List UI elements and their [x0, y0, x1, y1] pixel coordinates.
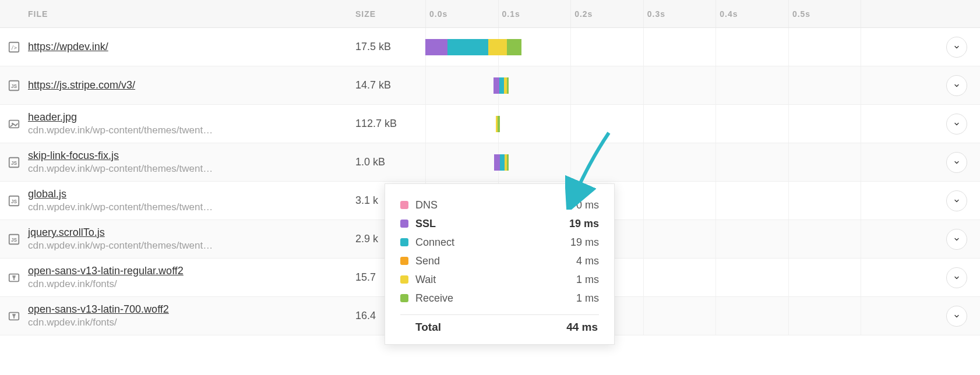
file-subpath: cdn.wpdev.ink/wp-content/themes/twent… [28, 201, 355, 213]
tooltip-value: 1 ms [576, 292, 599, 305]
chevron-down-icon [953, 197, 960, 204]
js-icon [8, 194, 20, 207]
segment-connect [499, 77, 504, 94]
swatch-receive [400, 294, 408, 302]
image-icon [8, 118, 20, 130]
file-link[interactable]: global.js [28, 188, 355, 200]
swatch-dns [400, 201, 408, 209]
expand-button[interactable] [946, 152, 967, 173]
tooltip-value: 4 ms [576, 255, 599, 267]
chevron-down-icon [953, 121, 960, 128]
tooltip-label: Wait [415, 274, 436, 286]
file-size: 17.5 kB [355, 41, 425, 53]
tick-label: 0.1s [502, 9, 520, 19]
tooltip-row-wait: Wait1 ms [400, 270, 599, 289]
chevron-down-icon [953, 313, 960, 320]
tooltip-label: Connect [415, 236, 454, 249]
expand-button[interactable] [946, 37, 967, 58]
timing-tooltip: DNS0 msSSL19 msConnect19 msSend4 msWait1… [385, 183, 615, 335]
table-row: skip-link-focus-fix.jscdn.wpdev.ink/wp-c… [0, 143, 980, 182]
tooltip-divider [400, 314, 599, 315]
waterfall-cell[interactable] [425, 143, 933, 181]
chevron-down-icon [953, 82, 960, 89]
js-icon [8, 233, 20, 246]
file-size: 112.7 kB [355, 118, 425, 130]
swatch-connect [400, 238, 408, 246]
segment-ssl [493, 77, 499, 94]
file-link[interactable]: open-sans-v13-latin-700.woff2 [28, 303, 355, 316]
file-subpath: cdn.wpdev.ink/wp-content/themes/twent… [28, 125, 355, 136]
segment-connect [447, 39, 488, 55]
tooltip-label: SSL [415, 218, 436, 230]
segment-ssl [425, 39, 447, 55]
file-subpath: cdn.wpdev.ink/fonts/ [28, 317, 355, 328]
file-link[interactable]: header.jpg [28, 111, 355, 123]
chevron-down-icon [953, 44, 960, 51]
tick-label: 0.4s [720, 9, 738, 19]
segment-wait [488, 39, 507, 55]
tooltip-total-label: Total [415, 321, 441, 334]
chevron-down-icon [953, 236, 960, 243]
tooltip-label: Receive [415, 292, 453, 305]
waterfall-cell[interactable] [425, 66, 933, 104]
swatch-wait [400, 275, 408, 284]
file-size: 1.0 kB [355, 156, 425, 168]
tooltip-total-value: 44 ms [566, 321, 598, 334]
tooltip-label: DNS [415, 199, 438, 211]
table-row: header.jpgcdn.wpdev.ink/wp-content/theme… [0, 105, 980, 143]
js-icon [8, 156, 20, 169]
timing-bar[interactable] [494, 154, 509, 171]
expand-button[interactable] [946, 267, 967, 288]
chevron-down-icon [953, 159, 960, 166]
tooltip-row-dns: DNS0 ms [400, 196, 599, 214]
tooltip-value: 19 ms [570, 236, 599, 249]
waterfall-cell[interactable] [425, 28, 933, 66]
segment-ssl [494, 154, 500, 171]
tooltip-row-receive: Receive1 ms [400, 289, 599, 307]
segment-receive [507, 39, 521, 55]
file-link[interactable]: open-sans-v13-latin-regular.woff2 [28, 265, 355, 277]
timing-bar[interactable] [493, 77, 509, 94]
html-icon [8, 41, 20, 54]
file-subpath: cdn.wpdev.ink/wp-content/themes/twent… [28, 163, 355, 175]
header-timeline: 0.0s0.1s0.2s0.3s0.4s0.5s [425, 0, 933, 27]
tooltip-value: 0 ms [576, 199, 599, 211]
file-link[interactable]: skip-link-focus-fix.js [28, 150, 355, 162]
segment-connect [500, 154, 505, 171]
chevron-down-icon [953, 274, 960, 281]
expand-button[interactable] [946, 75, 967, 96]
segment-receive [498, 116, 500, 132]
font-icon [8, 310, 20, 323]
header-file[interactable]: FILE [0, 9, 355, 19]
waterfall-cell[interactable] [425, 105, 933, 143]
tooltip-row-ssl: SSL19 ms [400, 214, 599, 233]
tooltip-label: Send [415, 255, 440, 267]
swatch-ssl [400, 220, 408, 228]
header-size[interactable]: SIZE [355, 9, 425, 19]
table-header: FILE SIZE 0.0s0.1s0.2s0.3s0.4s0.5s [0, 0, 980, 28]
tooltip-row-connect: Connect19 ms [400, 233, 599, 252]
font-icon [8, 271, 20, 284]
segment-receive [507, 154, 509, 171]
file-size: 14.7 kB [355, 79, 425, 91]
table-row: https://wpdev.ink/17.5 kB [0, 28, 980, 66]
tooltip-row-send: Send4 ms [400, 252, 599, 270]
expand-button[interactable] [946, 229, 967, 250]
file-link[interactable]: https://js.stripe.com/v3/ [28, 79, 355, 91]
file-subpath: cdn.wpdev.ink/wp-content/themes/twent… [28, 240, 355, 252]
js-icon [8, 79, 20, 92]
file-subpath: cdn.wpdev.ink/fonts/ [28, 278, 355, 290]
expand-button[interactable] [946, 306, 967, 327]
segment-receive [507, 77, 509, 94]
expand-button[interactable] [946, 190, 967, 211]
timing-bar[interactable] [496, 116, 500, 132]
file-link[interactable]: jquery.scrollTo.js [28, 227, 355, 239]
tick-label: 0.0s [429, 9, 447, 19]
tick-label: 0.2s [574, 9, 593, 19]
tooltip-value: 1 ms [576, 274, 599, 286]
file-link[interactable]: https://wpdev.ink/ [28, 41, 355, 53]
expand-button[interactable] [946, 114, 967, 135]
swatch-send [400, 257, 408, 265]
timing-bar[interactable] [425, 39, 521, 55]
tick-label: 0.5s [792, 9, 810, 19]
